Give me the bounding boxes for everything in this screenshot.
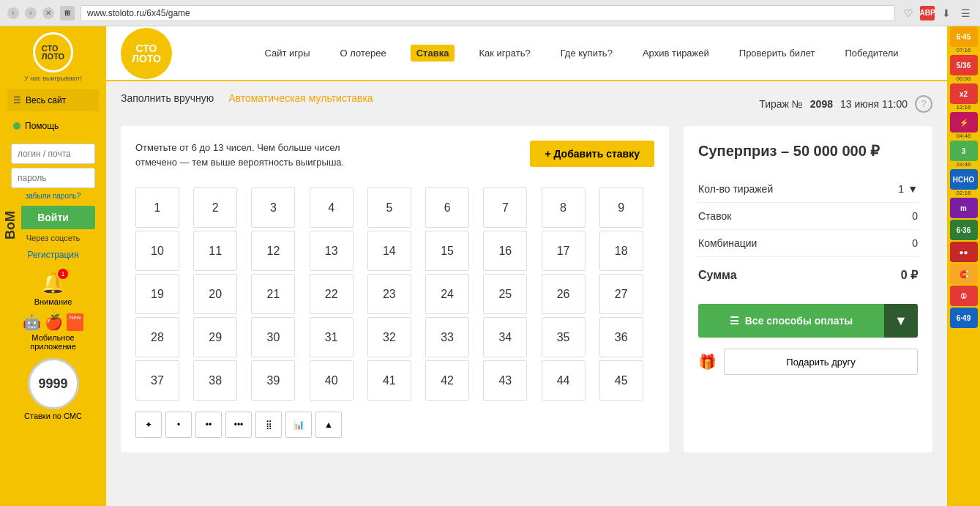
close-button[interactable]: ✕ (42, 7, 54, 19)
notification-button[interactable]: 🔔 1 Внимание (11, 271, 95, 306)
number-cell-6[interactable]: 6 (425, 187, 469, 228)
game-rapido[interactable]: ⚡ 04:46 (949, 112, 979, 139)
back-button[interactable]: ‹ (7, 7, 19, 19)
number-cell-22[interactable]: 22 (310, 274, 354, 314)
game-color6[interactable]: ●● (949, 242, 979, 262)
number-cell-41[interactable]: 41 (367, 360, 411, 401)
number-cell-27[interactable]: 27 (599, 274, 643, 314)
game-x2[interactable]: x2 12:16 (949, 83, 979, 111)
heart-icon[interactable]: ♡ (901, 6, 916, 21)
number-cell-8[interactable]: 8 (542, 187, 586, 228)
number-cell-18[interactable]: 18 (599, 231, 643, 271)
number-cell-4[interactable]: 4 (310, 187, 354, 228)
forgot-password-link[interactable]: забыли пароль? (26, 192, 81, 200)
number-cell-11[interactable]: 11 (193, 231, 237, 271)
number-cell-9[interactable]: 9 (599, 187, 643, 228)
game-1224[interactable]: ① (949, 286, 979, 306)
download-icon[interactable]: ⬇ (939, 6, 954, 21)
number-cell-3[interactable]: 3 (251, 187, 295, 228)
number-cell-25[interactable]: 25 (483, 274, 527, 314)
triple-tool[interactable]: ••• (225, 412, 252, 438)
game-stoloto3[interactable]: 3 24:46 (949, 141, 979, 168)
number-cell-23[interactable]: 23 (367, 274, 411, 314)
number-cell-35[interactable]: 35 (542, 317, 586, 357)
game-649[interactable]: 6·49 (949, 308, 979, 328)
add-stake-button[interactable]: + Добавить ставку (530, 141, 654, 167)
number-cell-28[interactable]: 28 (135, 317, 179, 357)
login-button[interactable]: Войти (11, 206, 95, 229)
mobile-app-button[interactable]: 🤖 🍎 New Мобильное приложение (11, 313, 95, 351)
apps-button[interactable]: ⊞ (60, 6, 75, 21)
user-icon[interactable]: АВР (920, 6, 935, 21)
game-5x36[interactable]: 5/36 00:00 (949, 55, 979, 82)
single-tool[interactable]: • (165, 412, 192, 438)
number-cell-19[interactable]: 19 (135, 274, 179, 314)
up-tool[interactable]: ▲ (315, 412, 342, 438)
sms-button[interactable]: 9999 Ставки по СМС (11, 358, 95, 420)
help-icon[interactable]: ? (915, 95, 932, 113)
number-cell-20[interactable]: 20 (193, 274, 237, 314)
tab-auto[interactable]: Автоматическая мультиставка (228, 92, 373, 104)
number-cell-40[interactable]: 40 (310, 360, 354, 401)
nav-winners[interactable]: Победители (839, 45, 904, 62)
menu-icon[interactable]: ☰ (958, 6, 973, 21)
number-cell-26[interactable]: 26 (542, 274, 586, 314)
game-6x36[interactable]: 6·36 (949, 220, 979, 240)
number-cell-1[interactable]: 1 (135, 187, 179, 228)
double-tool[interactable]: •• (195, 412, 222, 438)
nav-site[interactable]: Сайт игры (258, 45, 315, 62)
nav-check[interactable]: Проверить билет (733, 45, 821, 62)
number-cell-2[interactable]: 2 (193, 187, 237, 228)
forward-button[interactable]: › (25, 7, 37, 19)
number-cell-44[interactable]: 44 (542, 360, 586, 401)
number-cell-12[interactable]: 12 (251, 231, 295, 271)
number-cell-33[interactable]: 33 (425, 317, 469, 357)
chart-tool[interactable]: 📊 (285, 412, 312, 438)
number-cell-39[interactable]: 39 (251, 360, 295, 401)
game-horseshoe[interactable]: 🧲 (949, 264, 979, 284)
number-cell-42[interactable]: 42 (425, 360, 469, 401)
number-cell-45[interactable]: 45 (599, 360, 643, 401)
number-cell-13[interactable]: 13 (310, 231, 354, 271)
number-cell-14[interactable]: 14 (367, 231, 411, 271)
number-cell-36[interactable]: 36 (599, 317, 643, 357)
number-cell-32[interactable]: 32 (367, 317, 411, 357)
password-input[interactable] (11, 168, 95, 188)
logo-area[interactable]: СТОЛОТО У нас выигрывают! (13, 32, 94, 83)
number-cell-15[interactable]: 15 (425, 231, 469, 271)
all-site-button[interactable]: ☰ Весь сайт (7, 89, 99, 111)
tab-manual[interactable]: Заполнить вручную (121, 92, 214, 104)
number-cell-7[interactable]: 7 (483, 187, 527, 228)
number-cell-10[interactable]: 10 (135, 231, 179, 271)
number-cell-34[interactable]: 34 (483, 317, 527, 357)
number-cell-31[interactable]: 31 (310, 317, 354, 357)
nav-stake[interactable]: Ставка (411, 45, 455, 62)
nav-archive[interactable]: Архив тиражей (637, 45, 715, 62)
number-cell-17[interactable]: 17 (542, 231, 586, 271)
number-cell-5[interactable]: 5 (367, 187, 411, 228)
social-login-link[interactable]: Через соцсеть (26, 234, 80, 242)
number-cell-21[interactable]: 21 (251, 274, 295, 314)
number-cell-38[interactable]: 38 (193, 360, 237, 401)
number-cell-43[interactable]: 43 (483, 360, 527, 401)
quad-tool[interactable]: ⣿ (255, 412, 282, 438)
url-bar[interactable]: www.stoloto.ru/6x45/game (81, 5, 895, 21)
nav-where[interactable]: Где купить? (555, 45, 618, 62)
number-cell-16[interactable]: 16 (483, 231, 527, 271)
game-m-lottery[interactable]: m (949, 198, 979, 218)
random-tool[interactable]: ✦ (135, 412, 162, 438)
register-link[interactable]: Регистрация (27, 250, 78, 260)
number-cell-29[interactable]: 29 (193, 317, 237, 357)
game-6x45[interactable]: 6·45 07:16 (949, 26, 979, 53)
draws-select[interactable]: 1 ▼ (898, 183, 918, 195)
nav-how[interactable]: Как играть? (473, 45, 536, 62)
nav-about[interactable]: О лотерее (334, 45, 392, 62)
number-cell-30[interactable]: 30 (251, 317, 295, 357)
pay-arrow-button[interactable]: ▼ (884, 304, 918, 338)
game-ncho[interactable]: НСНО 02:16 (949, 169, 979, 196)
login-input[interactable] (11, 144, 95, 164)
number-cell-24[interactable]: 24 (425, 274, 469, 314)
pay-main-button[interactable]: ☰ Все способы оплаты (698, 304, 884, 338)
help-button[interactable]: Помощь (7, 116, 99, 136)
bom-label[interactable]: BoM (0, 205, 21, 245)
